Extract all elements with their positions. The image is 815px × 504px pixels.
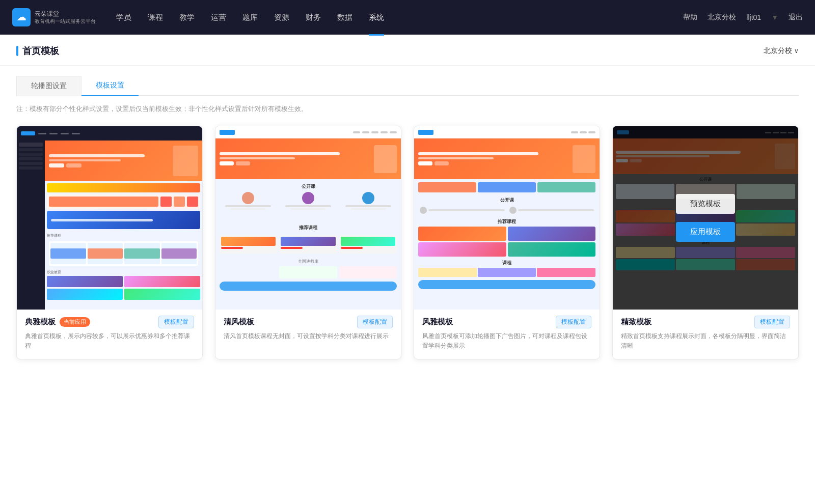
nav-branch[interactable]: 北京分校 <box>708 13 736 22</box>
nav-item-students[interactable]: 学员 <box>116 11 131 24</box>
template-desc-elegant2: 风雅首页模板可添加轮播图下广告图片，可对课程及课程包设置学科分类展示 <box>422 331 591 351</box>
template-name-fresh: 清风模板 <box>224 317 254 327</box>
nav-left: ☁ 云朵课堂 教育机构一站式服务云平台 学员 课程 教学 运营 题库 资源 财务… <box>12 8 384 26</box>
main-content: 首页模板 北京分校 轮播图设置 模板设置 注：模板有部分个性化样式设置，设置后仅… <box>0 35 815 504</box>
template-preview-fresh[interactable]: 公开课 <box>215 126 401 310</box>
template-name-row-elegant2: 风雅模板 模板配置 <box>422 316 591 328</box>
template-overlay-refined: 预览模板 应用模板 <box>613 126 798 310</box>
tabs-wrapper: 轮播图设置 模板设置 <box>0 66 815 96</box>
nav-logout[interactable]: 退出 <box>789 13 803 22</box>
nav-item-courses[interactable]: 课程 <box>148 11 163 24</box>
nav-right: 帮助 北京分校 lljt01 ▼ 退出 <box>683 13 803 22</box>
nav-help[interactable]: 帮助 <box>683 13 697 22</box>
template-name-elegant2: 风雅模板 <box>422 317 453 327</box>
template-config-btn-fresh[interactable]: 模板配置 <box>357 316 393 328</box>
template-preview-elegant2[interactable]: 公开课 推荐课程 <box>414 126 600 310</box>
template-preview-elegant[interactable]: 推荐课程 职业教育 <box>17 126 202 310</box>
template-card-elegant: 推荐课程 职业教育 <box>16 126 203 359</box>
tabs: 轮播图设置 模板设置 <box>16 76 799 96</box>
template-footer-fresh: 清风模板 模板配置 清风首页模板课程无封面，可设置按学科分类对课程进行展示 <box>215 310 401 349</box>
main-nav: ☁ 云朵课堂 教育机构一站式服务云平台 学员 课程 教学 运营 题库 资源 财务… <box>0 0 815 35</box>
template-desc-refined: 精致首页模板支持课程展示封面，各模板分隔明显，界面简洁清晰 <box>621 331 790 351</box>
nav-item-operations[interactable]: 运营 <box>211 11 226 24</box>
template-desc-elegant: 典雅首页模板，展示内容较多，可以展示优惠券和多个推荐课程 <box>25 331 194 351</box>
template-card-elegant2: 公开课 推荐课程 <box>414 126 600 359</box>
nav-logo: ☁ 云朵课堂 教育机构一站式服务云平台 <box>12 8 96 26</box>
template-name-row-elegant: 典雅模板 当前应用 模板配置 <box>25 316 194 328</box>
template-config-btn-elegant2[interactable]: 模板配置 <box>556 316 591 328</box>
nav-menu: 学员 课程 教学 运营 题库 资源 财务 数据 系统 <box>116 11 384 24</box>
tab-slideshow[interactable]: 轮播图设置 <box>16 76 82 96</box>
nav-item-questions[interactable]: 题库 <box>242 11 258 24</box>
template-footer-elegant: 典雅模板 当前应用 模板配置 典雅首页模板，展示内容较多，可以展示优惠券和多个推… <box>17 310 202 359</box>
template-name-row-refined: 精致模板 模板配置 <box>621 316 790 328</box>
nav-item-resources[interactable]: 资源 <box>274 11 289 24</box>
template-footer-refined: 精致模板 模板配置 精致首页模板支持课程展示封面，各模板分隔明显，界面简洁清晰 <box>613 310 798 359</box>
nav-item-teaching[interactable]: 教学 <box>179 11 195 24</box>
note-text: 注：模板有部分个性化样式设置，设置后仅当前模板生效；非个性化样式设置后针对所有模… <box>0 96 815 122</box>
template-footer-elegant2: 风雅模板 模板配置 风雅首页模板可添加轮播图下广告图片，可对课程及课程包设置学科… <box>414 310 600 359</box>
template-desc-fresh: 清风首页模板课程无封面，可设置按学科分类对课程进行展示 <box>224 331 393 341</box>
nav-item-finance[interactable]: 财务 <box>306 11 321 24</box>
nav-item-system[interactable]: 系统 <box>369 11 384 24</box>
page-title: 首页模板 <box>16 45 59 57</box>
template-config-btn-refined[interactable]: 模板配置 <box>754 316 790 328</box>
logo-icon: ☁ <box>12 8 31 26</box>
nav-item-data[interactable]: 数据 <box>337 11 352 24</box>
nav-divider: ▼ <box>771 13 778 21</box>
template-name-row-fresh: 清风模板 模板配置 <box>224 316 393 328</box>
page-branch[interactable]: 北京分校 <box>764 46 799 55</box>
tab-template[interactable]: 模板设置 <box>82 76 139 96</box>
template-preview-refined[interactable]: 公开课 推荐课程 课程 <box>613 126 798 310</box>
apply-btn-refined[interactable]: 应用模板 <box>676 222 735 242</box>
templates-grid: 推荐课程 职业教育 <box>0 122 815 380</box>
template-name-refined: 精致模板 <box>621 317 651 327</box>
logo-text: 云朵课堂 教育机构一站式服务云平台 <box>35 10 96 25</box>
template-card-refined: 公开课 推荐课程 课程 <box>612 126 799 359</box>
template-config-btn-elegant[interactable]: 模板配置 <box>158 316 194 328</box>
template-name-elegant: 典雅模板 <box>25 317 56 327</box>
page-header: 首页模板 北京分校 <box>0 35 815 66</box>
preview-btn-refined[interactable]: 预览模板 <box>676 194 735 214</box>
template-card-fresh: 公开课 <box>215 126 401 359</box>
nav-user[interactable]: lljt01 <box>746 13 761 21</box>
template-badge-elegant: 当前应用 <box>60 317 90 327</box>
